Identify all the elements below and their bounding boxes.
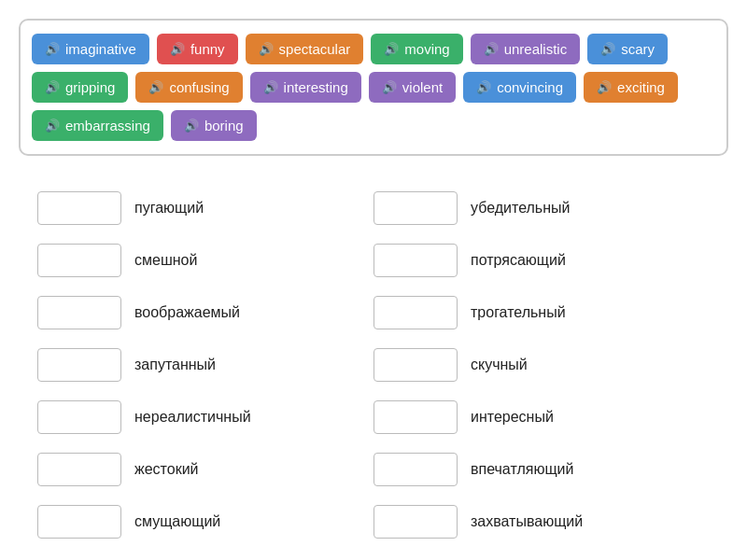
match-label-left-2: смешной bbox=[134, 252, 197, 269]
chip-label: scary bbox=[621, 41, 655, 57]
word-chip-embarrassing[interactable]: 🔊embarrassing bbox=[32, 110, 163, 141]
match-label-left-4: запутанный bbox=[134, 357, 216, 373]
match-col-left: пугающий смешной воображаемый запутанный… bbox=[37, 182, 374, 548]
answer-box-left-3[interactable] bbox=[37, 296, 121, 329]
speaker-icon: 🔊 bbox=[45, 119, 60, 133]
match-row-left-4: запутанный bbox=[37, 339, 374, 391]
speaker-icon: 🔊 bbox=[597, 80, 612, 94]
speaker-icon: 🔊 bbox=[259, 42, 274, 56]
match-label-left-5: нереалистичный bbox=[134, 409, 251, 426]
match-label-right-1: убедительный bbox=[471, 200, 570, 217]
word-chip-imaginative[interactable]: 🔊imaginative bbox=[32, 34, 149, 64]
chip-label: funny bbox=[190, 41, 225, 57]
word-chip-unrealistic[interactable]: 🔊unrealistic bbox=[471, 34, 581, 64]
speaker-icon: 🔊 bbox=[484, 42, 499, 56]
answer-box-left-6[interactable] bbox=[37, 453, 121, 486]
chip-label: embarrassing bbox=[65, 118, 150, 133]
match-row-left-2: смешной bbox=[37, 234, 374, 287]
match-label-left-7: смущающий bbox=[134, 513, 220, 530]
match-row-right-7: захватывающий bbox=[374, 496, 710, 548]
match-row-left-7: смущающий bbox=[37, 496, 374, 548]
answer-box-left-5[interactable] bbox=[37, 400, 121, 434]
match-row-right-3: трогательный bbox=[374, 287, 710, 339]
match-label-left-3: воображаемый bbox=[134, 304, 240, 321]
match-label-right-6: впечатляющий bbox=[471, 461, 573, 478]
match-label-left-1: пугающий bbox=[134, 200, 204, 217]
match-label-left-6: жестокий bbox=[134, 461, 199, 478]
chip-label: confusing bbox=[169, 79, 229, 95]
chip-label: unrealistic bbox=[504, 41, 568, 57]
word-chip-interesting[interactable]: 🔊interesting bbox=[250, 72, 361, 103]
match-row-left-5: нереалистичный bbox=[37, 391, 374, 443]
word-chip-spectacular[interactable]: 🔊spectacular bbox=[246, 34, 364, 64]
word-chip-exciting[interactable]: 🔊exciting bbox=[584, 72, 678, 103]
answer-box-right-3[interactable] bbox=[374, 296, 458, 329]
answer-box-left-4[interactable] bbox=[37, 348, 121, 382]
answer-box-left-1[interactable] bbox=[37, 191, 121, 225]
word-chip-convincing[interactable]: 🔊convincing bbox=[463, 72, 576, 103]
match-label-right-4: скучный bbox=[471, 357, 528, 373]
word-chip-violent[interactable]: 🔊violent bbox=[369, 72, 456, 103]
answer-box-left-2[interactable] bbox=[37, 244, 121, 277]
match-area: пугающий смешной воображаемый запутанный… bbox=[19, 182, 728, 548]
word-chip-boring[interactable]: 🔊boring bbox=[171, 110, 257, 141]
answer-box-right-4[interactable] bbox=[374, 348, 458, 382]
speaker-icon: 🔊 bbox=[382, 80, 397, 94]
chip-label: convincing bbox=[497, 79, 563, 95]
answer-box-right-2[interactable] bbox=[374, 244, 458, 277]
match-row-right-2: потрясающий bbox=[374, 234, 710, 287]
chip-label: imaginative bbox=[65, 41, 136, 57]
speaker-icon: 🔊 bbox=[600, 42, 615, 56]
match-label-right-2: потрясающий bbox=[471, 252, 566, 269]
chip-label: spectacular bbox=[279, 41, 351, 57]
speaker-icon: 🔊 bbox=[170, 42, 185, 56]
match-row-left-1: пугающий bbox=[37, 182, 374, 234]
speaker-icon: 🔊 bbox=[184, 119, 199, 133]
answer-box-right-7[interactable] bbox=[374, 505, 458, 539]
speaker-icon: 🔊 bbox=[476, 80, 491, 94]
answer-box-right-6[interactable] bbox=[374, 453, 458, 486]
chip-label: moving bbox=[404, 41, 449, 57]
match-label-right-5: интересный bbox=[471, 409, 554, 426]
chip-label: interesting bbox=[284, 79, 348, 95]
speaker-icon: 🔊 bbox=[263, 80, 278, 94]
match-label-right-3: трогательный bbox=[471, 304, 566, 321]
word-chip-gripping[interactable]: 🔊gripping bbox=[32, 72, 128, 103]
match-label-right-7: захватывающий bbox=[471, 513, 583, 530]
match-row-right-4: скучный bbox=[374, 339, 710, 391]
match-row-left-6: жестокий bbox=[37, 443, 374, 496]
word-chip-confusing[interactable]: 🔊confusing bbox=[135, 72, 242, 103]
speaker-icon: 🔊 bbox=[384, 42, 399, 56]
chip-label: gripping bbox=[65, 79, 115, 95]
word-chip-scary[interactable]: 🔊scary bbox=[587, 34, 668, 64]
word-chip-moving[interactable]: 🔊moving bbox=[371, 34, 462, 64]
match-row-right-6: впечатляющий bbox=[374, 443, 710, 496]
match-row-left-3: воображаемый bbox=[37, 287, 374, 339]
chip-label: boring bbox=[204, 118, 244, 133]
answer-box-left-7[interactable] bbox=[37, 505, 121, 539]
chip-label: violent bbox=[402, 79, 443, 95]
speaker-icon: 🔊 bbox=[45, 80, 60, 94]
match-row-right-5: интересный bbox=[374, 391, 710, 443]
word-bank: 🔊imaginative🔊funny🔊spectacular🔊moving🔊un… bbox=[19, 19, 728, 156]
word-chip-funny[interactable]: 🔊funny bbox=[157, 34, 238, 64]
answer-box-right-5[interactable] bbox=[374, 400, 458, 434]
chip-label: exciting bbox=[617, 79, 665, 95]
answer-box-right-1[interactable] bbox=[374, 191, 458, 225]
speaker-icon: 🔊 bbox=[45, 42, 60, 56]
match-row-right-1: убедительный bbox=[374, 182, 710, 234]
match-col-right: убедительный потрясающий трогательный ск… bbox=[374, 182, 710, 548]
speaker-icon: 🔊 bbox=[148, 80, 163, 94]
